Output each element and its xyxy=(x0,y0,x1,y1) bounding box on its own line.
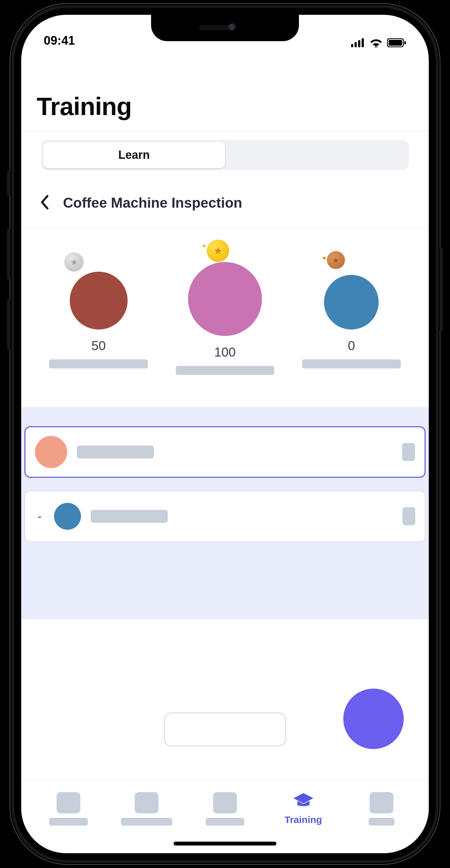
leaderboard-col-3rd[interactable]: ★ 0 xyxy=(288,243,415,375)
avatar xyxy=(54,503,81,530)
leaderboard-score: 100 xyxy=(215,345,236,360)
wifi-icon xyxy=(369,38,383,48)
power-button xyxy=(440,248,443,331)
tab-item-1[interactable] xyxy=(31,787,106,831)
leaderboard: ★ 50 ★ 100 ★ xyxy=(35,228,415,384)
avatar xyxy=(188,262,262,336)
bronze-medal-icon: ★ xyxy=(327,251,345,269)
segment-second[interactable] xyxy=(225,142,407,168)
svg-rect-1 xyxy=(355,42,357,47)
svg-rect-6 xyxy=(404,41,406,44)
floating-action-button[interactable] xyxy=(343,689,404,749)
battery-icon xyxy=(387,38,406,47)
mute-switch xyxy=(7,170,10,196)
ranking-name-placeholder xyxy=(77,445,154,459)
leaderboard-score: 0 xyxy=(348,339,355,353)
avatar xyxy=(324,275,379,330)
ranking-card-selected[interactable] xyxy=(25,426,425,478)
ranking-name-placeholder xyxy=(91,510,168,523)
ranking-badge-placeholder xyxy=(402,443,415,461)
tab-label-placeholder xyxy=(121,818,172,826)
leaderboard-score: 50 xyxy=(91,339,106,353)
graduation-cap-icon xyxy=(293,793,314,810)
ranking-panel: - xyxy=(21,407,429,619)
phone-frame: 09:41 Training xyxy=(10,3,440,865)
home-indicator[interactable] xyxy=(173,842,277,845)
leaderboard-col-1st[interactable]: ★ 100 xyxy=(162,243,288,375)
segmented-control: Learn xyxy=(41,140,409,170)
segment-learn[interactable]: Learn xyxy=(43,142,225,168)
ranking-rank: - xyxy=(35,509,44,523)
svg-rect-2 xyxy=(358,40,360,47)
sparkle-icon xyxy=(203,245,205,247)
ranking-card[interactable]: - xyxy=(25,491,425,542)
gold-medal-icon: ★ xyxy=(207,240,229,262)
tab-icon-placeholder xyxy=(57,792,81,813)
status-time: 09:41 xyxy=(44,34,75,48)
leaderboard-name-placeholder xyxy=(302,360,401,368)
tab-item-2[interactable] xyxy=(109,787,185,831)
tab-item-5[interactable] xyxy=(344,787,419,831)
svg-rect-5 xyxy=(389,40,402,45)
tab-icon-placeholder xyxy=(213,792,237,813)
screen: 09:41 Training xyxy=(21,15,429,853)
floating-pill[interactable] xyxy=(164,712,286,746)
page-title: Training xyxy=(37,92,415,121)
leaderboard-name-placeholder xyxy=(49,360,148,368)
tab-icon-placeholder xyxy=(369,792,393,813)
leaderboard-col-2nd[interactable]: ★ 50 xyxy=(35,243,162,375)
tab-label-placeholder xyxy=(369,818,394,826)
avatar xyxy=(35,436,67,468)
tab-item-training[interactable]: Training xyxy=(266,787,341,831)
cellular-icon xyxy=(351,38,365,47)
tab-label-placeholder xyxy=(206,818,244,826)
leaderboard-name-placeholder xyxy=(176,366,275,375)
notch xyxy=(151,15,299,41)
ranking-badge-placeholder xyxy=(403,507,415,525)
tab-icon-placeholder xyxy=(135,792,158,813)
svg-rect-3 xyxy=(362,38,364,47)
tab-label-placeholder xyxy=(49,818,88,826)
volume-down-button xyxy=(7,299,10,350)
tab-label: Training xyxy=(285,814,322,825)
avatar xyxy=(70,272,128,330)
sparkle-icon xyxy=(323,257,326,259)
svg-rect-0 xyxy=(351,44,353,47)
breadcrumb-title: Coffee Machine Inspection xyxy=(63,195,242,211)
back-button[interactable] xyxy=(39,194,50,211)
tab-item-3[interactable] xyxy=(187,787,263,831)
chevron-left-icon xyxy=(39,194,50,210)
silver-medal-icon: ★ xyxy=(64,252,84,272)
volume-up-button xyxy=(7,228,10,280)
